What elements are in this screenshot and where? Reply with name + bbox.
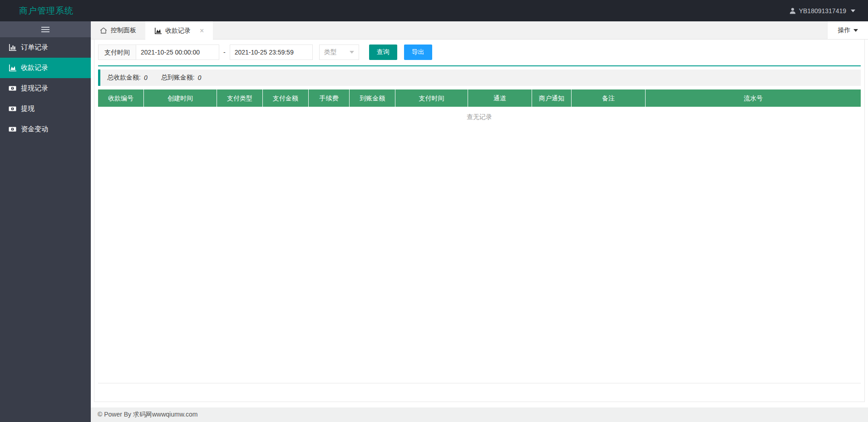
tab-label: 收款记录 [165,27,191,35]
column-header: 备注 [572,89,646,107]
total-settled-value: 0 [198,74,202,81]
column-header: 支付类型 [217,89,263,107]
sidebar-item-withdraw[interactable]: 提现 [0,99,91,119]
tab-payment-records[interactable]: 收款记录 × [145,21,213,40]
accent-divider [98,65,861,66]
sidebar: 订单记录 收款记录 提现记录 提现 [0,21,91,422]
user-dropdown[interactable]: YB18091317419 [789,7,868,15]
chevron-down-icon [853,29,858,32]
actions-dropdown[interactable]: 操作 [827,21,868,40]
time-range-group: 支付时间 [98,45,219,60]
chevron-down-icon [350,51,354,54]
screen: 商户管理系统 YB18091317419 订单记录 [0,0,868,422]
end-time-input[interactable] [230,45,313,60]
sidebar-item-payment-records[interactable]: 收款记录 [0,58,91,78]
chevron-down-icon [851,10,855,12]
column-header: 商户通知 [532,89,572,107]
money-icon [9,105,16,112]
sidebar-item-order-records[interactable]: 订单记录 [0,37,91,58]
filter-bar: 支付时间 - 类型 查询 导出 [98,40,861,65]
home-icon [100,27,107,34]
range-separator: - [223,49,226,56]
column-header: 支付时间 [395,89,468,107]
hamburger-icon [41,27,49,32]
start-time-input[interactable] [136,45,219,60]
sidebar-item-label: 收款记录 [21,64,48,72]
actions-label: 操作 [838,26,851,35]
sidebar-item-fund-changes[interactable]: 资金变动 [0,119,91,139]
total-received-label: 总收款金额: [107,74,141,82]
user-icon [789,8,796,14]
tab-label: 控制面板 [111,26,136,35]
area-chart-icon [154,28,162,34]
sidebar-item-withdraw-records[interactable]: 提现记录 [0,78,91,99]
bar-chart-icon [9,44,16,51]
search-button[interactable]: 查询 [369,45,397,60]
column-header: 支付金额 [263,89,309,107]
column-header: 流水号 [646,89,861,107]
main-content: 控制面板 收款记录 × 操作 支付时间 - [91,21,868,422]
table-body: 查无记录 [98,107,861,383]
sidebar-item-label: 订单记录 [21,43,48,52]
total-settled-label: 总到账金额: [161,74,195,82]
app-title: 商户管理系统 [0,5,74,17]
area-chart-icon [9,65,16,71]
tab-bar: 控制面板 收款记录 × 操作 [91,21,868,40]
column-header: 到账金额 [350,89,395,107]
close-icon[interactable]: × [200,27,204,35]
table-header-row: 收款编号 创建时间 支付类型 支付金额 手续费 到账金额 支付时间 通道 [98,89,861,107]
money-icon [9,85,16,92]
sidebar-collapse-button[interactable] [0,21,91,37]
sidebar-item-label: 提现 [21,104,35,113]
tab-content-panel: 支付时间 - 类型 查询 导出 总收款金额: 0 总到账金额: 0 [94,40,865,402]
footer-bar: © Power By 求码网wwwqiumw.com [91,407,868,422]
column-header: 创建时间 [144,89,217,107]
type-select-value: 类型 [324,48,337,56]
money-icon [9,126,16,133]
records-table: 收款编号 创建时间 支付类型 支付金额 手续费 到账金额 支付时间 通道 [98,89,861,383]
tab-dashboard[interactable]: 控制面板 [91,21,145,40]
export-button[interactable]: 导出 [404,45,432,60]
sidebar-item-label: 资金变动 [21,125,48,134]
type-select[interactable]: 类型 [319,45,359,60]
user-name: YB18091317419 [799,7,846,15]
empty-state-text: 查无记录 [98,107,861,121]
copyright-text: © Power By 求码网wwwqiumw.com [98,411,197,419]
time-label: 支付时间 [98,45,136,60]
column-header: 通道 [468,89,532,107]
sidebar-item-label: 提现记录 [21,84,48,93]
total-received-value: 0 [144,74,148,81]
summary-bar: 总收款金额: 0 总到账金额: 0 [98,70,861,86]
column-header: 收款编号 [98,89,144,107]
column-header: 手续费 [309,89,350,107]
top-header: 商户管理系统 YB18091317419 [0,0,868,21]
